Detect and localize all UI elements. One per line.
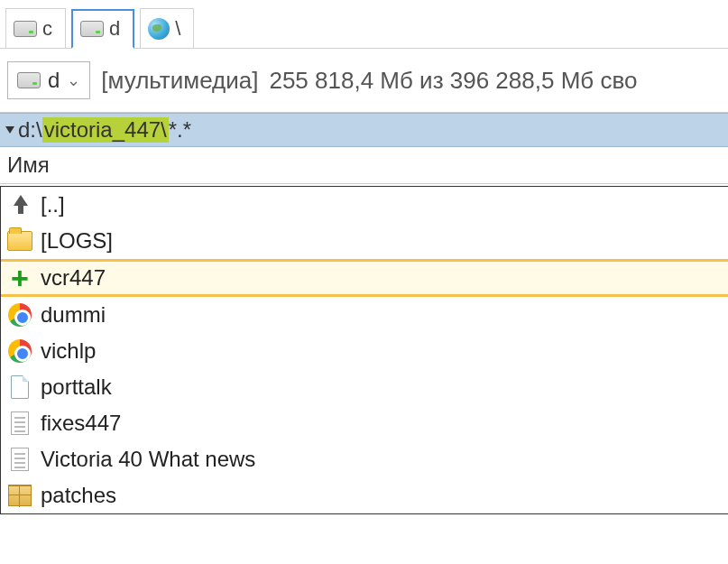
drive-space-info: 255 818,4 Мб из 396 288,5 Мб сво <box>269 67 637 95</box>
list-item-fixes447[interactable]: fixes447 <box>1 405 728 441</box>
item-label: vichlp <box>41 338 96 364</box>
drive-icon <box>14 21 37 37</box>
chrome-icon <box>6 339 33 363</box>
list-item-up[interactable]: [..] <box>1 187 728 223</box>
list-item-dummi[interactable]: dummi <box>1 297 728 333</box>
list-item-folder[interactable]: [LOGS] <box>1 223 728 259</box>
path-folder-highlight: victoria_447\ <box>42 117 169 143</box>
list-item-patches[interactable]: patches <box>1 477 728 513</box>
list-item-vichlp[interactable]: vichlp <box>1 333 728 369</box>
up-arrow-icon <box>6 195 33 215</box>
plus-icon: + <box>6 269 33 287</box>
drive-tabs: c d \ <box>0 0 728 49</box>
item-label: dummi <box>41 302 106 328</box>
document-icon <box>6 375 33 399</box>
item-label: porttalk <box>41 374 112 400</box>
path-suffix: *.* <box>169 117 191 143</box>
tab-drive-d[interactable]: d <box>71 9 134 49</box>
column-header-name[interactable]: Имя <box>0 147 728 184</box>
tab-label: c <box>42 17 52 41</box>
drive-bar: d ⌄ [мультимедиа] 255 818,4 Мб из 396 28… <box>0 49 728 113</box>
drive-icon <box>17 72 41 88</box>
item-label: vcr447 <box>41 265 106 291</box>
chrome-icon <box>6 303 33 327</box>
path-caret-icon <box>5 126 14 134</box>
drive-volume-label: [мультимедиа] <box>101 67 258 95</box>
globe-icon <box>148 18 170 40</box>
text-file-icon <box>6 411 33 435</box>
list-item-porttalk[interactable]: porttalk <box>1 369 728 405</box>
drive-dropdown[interactable]: d ⌄ <box>7 61 90 99</box>
archive-icon <box>6 485 33 506</box>
folder-icon <box>6 231 33 251</box>
text-file-icon <box>6 448 33 471</box>
drive-letter: d <box>48 68 60 93</box>
list-item-vcr447[interactable]: + vcr447 <box>1 259 728 297</box>
chevron-down-icon: ⌄ <box>67 70 80 90</box>
item-label: [LOGS] <box>41 228 113 254</box>
item-label: [..] <box>41 192 65 217</box>
path-bar[interactable]: d:\victoria_447\*.* <box>0 113 728 147</box>
file-list: [..] [LOGS] + vcr447 dummi vichlp portta… <box>0 186 728 514</box>
tab-label: d <box>109 17 120 41</box>
tab-drive-c[interactable]: c <box>5 8 66 48</box>
tab-label: \ <box>175 17 180 41</box>
tab-network[interactable]: \ <box>140 8 194 48</box>
item-label: Victoria 40 What news <box>41 447 255 472</box>
item-label: patches <box>41 483 116 508</box>
drive-icon <box>80 21 104 37</box>
item-label: fixes447 <box>41 411 121 436</box>
list-item-whatnews[interactable]: Victoria 40 What news <box>1 441 728 477</box>
path-prefix: d:\ <box>18 117 42 143</box>
